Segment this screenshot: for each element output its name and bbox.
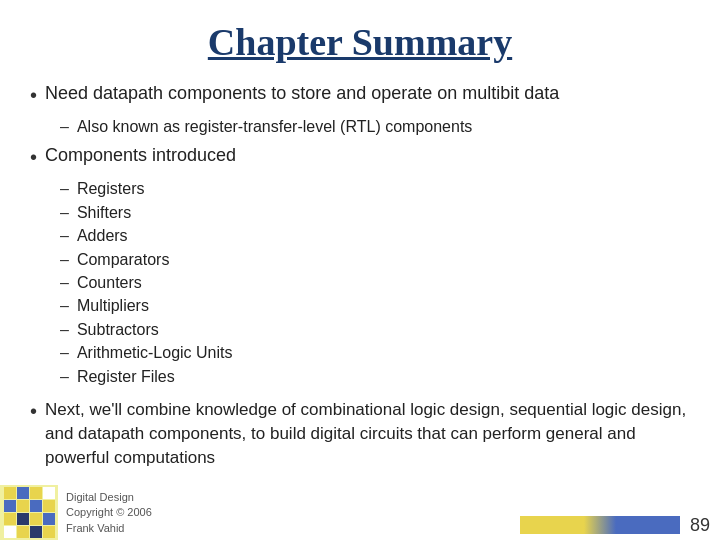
footer: Digital Design Copyright © 2006 Frank Va… (0, 485, 720, 540)
page-number: 89 (680, 515, 720, 540)
list-item: –Registers (60, 178, 690, 200)
comp-dash: – (60, 342, 69, 364)
list-item: –Subtractors (60, 319, 690, 341)
footer-right: 89 (520, 515, 720, 540)
comp-dash: – (60, 295, 69, 317)
comp-dash: – (60, 319, 69, 341)
comp-dash: – (60, 178, 69, 200)
bullet-3-text: Next, we'll combine knowledge of combina… (45, 398, 690, 469)
list-item: –Arithmetic-Logic Units (60, 342, 690, 364)
slide-title: Chapter Summary (30, 20, 690, 64)
sub-bullet-1: – Also known as register-transfer-level … (60, 116, 690, 138)
bullet-3-dot: • (30, 398, 37, 424)
bullet-2-dot: • (30, 144, 37, 170)
list-item: –Register Files (60, 366, 690, 388)
comp-text: Registers (77, 178, 145, 200)
bullet-2: • Components introduced (30, 144, 690, 170)
bullet-2-text: Components introduced (45, 144, 236, 167)
bullet-1-text: Need datapath components to store and op… (45, 82, 559, 105)
components-list: –Registers–Shifters–Adders–Comparators–C… (60, 178, 690, 388)
slide: Chapter Summary • Need datapath componen… (0, 0, 720, 540)
list-item: –Adders (60, 225, 690, 247)
copyright-line2: Copyright © 2006 (66, 506, 152, 518)
list-item: –Shifters (60, 202, 690, 224)
comp-text: Subtractors (77, 319, 159, 341)
copyright-line3: Frank Vahid (66, 522, 125, 534)
comp-dash: – (60, 272, 69, 294)
footer-copyright: Digital Design Copyright © 2006 Frank Va… (58, 486, 160, 540)
comp-text: Multipliers (77, 295, 149, 317)
list-item: –Comparators (60, 249, 690, 271)
sub-text-1: Also known as register-transfer-level (R… (77, 116, 472, 138)
bullet-1-dot: • (30, 82, 37, 108)
comp-dash: – (60, 225, 69, 247)
footer-color-bar (520, 516, 680, 534)
comp-dash: – (60, 202, 69, 224)
copyright-line1: Digital Design (66, 491, 134, 503)
comp-text: Shifters (77, 202, 131, 224)
comp-dash: – (60, 366, 69, 388)
comp-dash: – (60, 249, 69, 271)
components-section: • Components introduced –Registers–Shift… (30, 144, 690, 394)
comp-text: Arithmetic-Logic Units (77, 342, 233, 364)
list-item: –Multipliers (60, 295, 690, 317)
list-item: –Counters (60, 272, 690, 294)
comp-text: Register Files (77, 366, 175, 388)
comp-text: Counters (77, 272, 142, 294)
comp-text: Adders (77, 225, 128, 247)
bullet-1: • Need datapath components to store and … (30, 82, 690, 108)
comp-text: Comparators (77, 249, 169, 271)
footer-logo (0, 485, 58, 540)
bullet-3: • Next, we'll combine knowledge of combi… (30, 398, 690, 469)
sub-dash-1: – (60, 116, 69, 138)
